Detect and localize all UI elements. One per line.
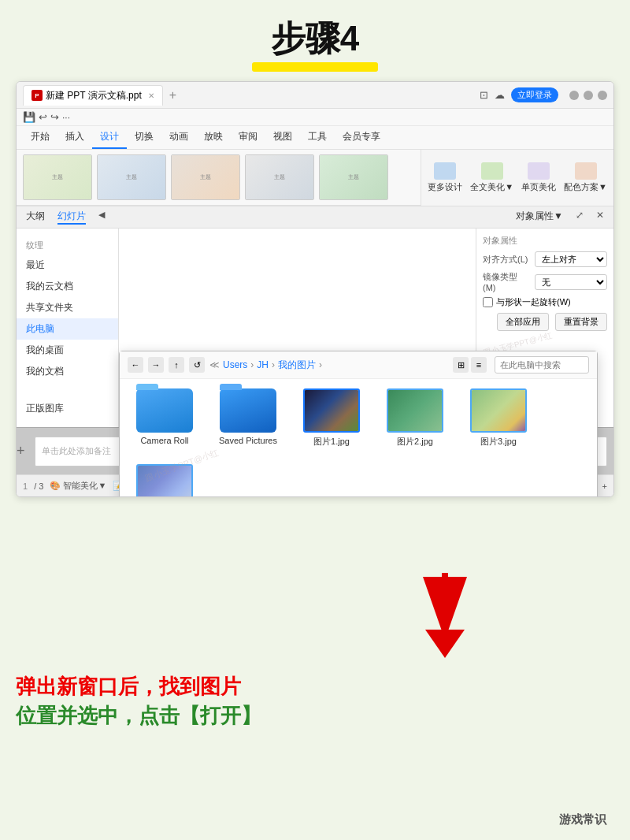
close-btn[interactable] xyxy=(598,91,607,100)
tab-switch[interactable]: 切换 xyxy=(127,126,161,149)
instruction-text: 弹出新窗口后，找到图片 位置并选中，点击【打开】 xyxy=(16,672,261,730)
path-sep1: ≪ xyxy=(209,359,220,370)
beautify-all-btn[interactable]: 全文美化▼ xyxy=(470,162,513,193)
ribbon-action-btns: 更多设计 全文美化▼ 单页美化 配色方案▼ xyxy=(421,150,613,206)
theme-thumb-2[interactable]: 主题 xyxy=(97,154,166,200)
file-name-img2: 图片2.jpg xyxy=(397,436,433,448)
single-beautify-btn[interactable]: 单页美化 xyxy=(521,162,556,193)
file-item-camera-roll[interactable]: Camera Roll xyxy=(129,388,200,452)
file-item-img3[interactable]: 图片3.jpg xyxy=(463,388,534,452)
folder-icon-camera xyxy=(136,388,193,433)
sidebar-item-stock[interactable]: 正版图库 xyxy=(17,398,118,419)
view-grid-btn[interactable]: ≡ xyxy=(471,357,487,373)
file-thumb-img4 xyxy=(136,464,193,497)
properties-panel[interactable]: 对象属性▼ xyxy=(516,210,563,225)
color-scheme-btn[interactable]: 配色方案▼ xyxy=(564,162,607,193)
instruction-line2: 位置并选中，点击【打开】 xyxy=(16,701,261,730)
sidebar-item-cloud[interactable]: 我的云文档 xyxy=(17,276,118,297)
tab-tools[interactable]: 工具 xyxy=(300,126,335,149)
theme-thumb-5[interactable]: 主题 xyxy=(319,154,388,200)
sidebar-item-docs[interactable]: 我的文档 xyxy=(17,361,118,382)
panel-action-btns: 全部应用 重置背景 xyxy=(483,313,607,331)
dialog-nav: ← → ↑ ↺ ≪ Users › JH › 我的图片 › ⊞ xyxy=(120,351,597,379)
reset-bg-btn[interactable]: 重置背景 xyxy=(555,313,607,331)
win-controls xyxy=(569,91,607,100)
add-slide-btn[interactable]: + xyxy=(17,443,25,459)
path-pictures[interactable]: 我的图片 xyxy=(278,359,316,372)
theme-thumbnails: 主题 主题 主题 主题 xyxy=(17,150,421,206)
zoom-in-btn[interactable]: + xyxy=(602,481,607,491)
panel-title: 对象属性 xyxy=(483,235,607,247)
cloud-icon: ☁ xyxy=(495,89,505,101)
path-jh[interactable]: JH xyxy=(257,359,269,370)
file-item-img4[interactable]: 图片4.jpg xyxy=(129,464,200,497)
tab-vip[interactable]: 会员专享 xyxy=(335,126,388,149)
theme-thumb-1[interactable]: 主题 xyxy=(23,154,92,200)
view-tab-slides[interactable]: 幻灯片 xyxy=(57,210,86,225)
tab-start[interactable]: 开始 xyxy=(23,126,57,149)
file-item-img2[interactable]: 图片2.jpg xyxy=(380,388,450,452)
nav-refresh-btn[interactable]: ↺ xyxy=(189,357,205,373)
properties-icon1[interactable]: ⤢ xyxy=(576,210,584,225)
beauty-btn[interactable]: 🎨 智能美化▼ xyxy=(50,480,106,492)
step-header: 步骤4 xyxy=(16,16,614,72)
view-collapse-btn[interactable]: ◀ xyxy=(98,210,105,225)
properties-close[interactable]: ✕ xyxy=(596,210,604,225)
step-title: 步骤4 xyxy=(16,16,614,62)
page-container: 步骤4 P 新建 PPT 演示文稿.ppt ✕ + ⊡ ☁ 立即登录 xyxy=(0,0,630,840)
sidebar-item-shared[interactable]: 共享文件夹 xyxy=(17,297,118,318)
sidebar-item-recent[interactable]: 最近 xyxy=(17,255,118,276)
rotate-checkbox[interactable] xyxy=(483,297,493,307)
ribbon-tabs: 开始 插入 设计 切换 动画 放映 审阅 视图 工具 会员专享 xyxy=(17,126,613,150)
redo-icon[interactable]: ↪ xyxy=(50,111,59,123)
save-icon[interactable]: 💾 xyxy=(23,111,35,123)
align-label: 对齐方式(L) xyxy=(483,254,530,266)
rotate-label: 与形状一起旋转(W) xyxy=(496,296,571,308)
apply-all-btn[interactable]: 全部应用 xyxy=(497,313,549,331)
tab-slideshow[interactable]: 放映 xyxy=(196,126,231,149)
ppt-tab[interactable]: P 新建 PPT 演示文稿.ppt ✕ xyxy=(23,85,163,106)
more-designs-btn[interactable]: 更多设计 xyxy=(428,162,462,193)
file-thumb-img2 xyxy=(387,388,443,433)
align-row: 对齐方式(L) 左上对齐 xyxy=(483,251,607,267)
path-users[interactable]: Users xyxy=(223,359,247,370)
maximize-btn[interactable] xyxy=(584,91,593,100)
folder-icon-saved xyxy=(220,388,276,433)
view-list-btn[interactable]: ⊞ xyxy=(453,357,469,373)
instruction-line1: 弹出新窗口后，找到图片 xyxy=(16,672,261,701)
search-input[interactable] xyxy=(495,356,589,374)
tab-close-icon[interactable]: ✕ xyxy=(148,91,154,100)
sidebar-section-texture: 纹理 xyxy=(17,236,118,255)
more-designs-label: 更多设计 xyxy=(428,181,462,193)
view-tab-outline[interactable]: 大纲 xyxy=(26,210,45,225)
align-select[interactable]: 左上对齐 xyxy=(535,251,607,267)
file-name-saved: Saved Pictures xyxy=(219,436,277,445)
screen-icon: ⊡ xyxy=(480,89,488,101)
file-dialog: ← → ↑ ↺ ≪ Users › JH › 我的图片 › ⊞ xyxy=(119,351,598,497)
file-name-camera: Camera Roll xyxy=(140,436,188,445)
tab-animation[interactable]: 动画 xyxy=(161,126,196,149)
sidebar-item-desktop[interactable]: 我的桌面 xyxy=(17,340,118,361)
tab-design[interactable]: 设计 xyxy=(92,126,127,149)
mirror-select[interactable]: 无 xyxy=(535,274,607,290)
slide-number: 1 xyxy=(23,481,28,491)
nav-forward-btn[interactable]: → xyxy=(148,357,164,373)
login-button[interactable]: 立即登录 xyxy=(511,87,558,102)
undo-icon[interactable]: ↩ xyxy=(39,111,47,123)
nav-up-btn[interactable]: ↑ xyxy=(169,357,184,373)
tab-view[interactable]: 视图 xyxy=(265,126,300,149)
tab-insert[interactable]: 插入 xyxy=(57,126,92,149)
minimize-btn[interactable] xyxy=(569,91,579,100)
nav-back-btn[interactable]: ← xyxy=(128,357,143,373)
tab-review[interactable]: 审阅 xyxy=(231,126,265,149)
file-item-img1[interactable]: 图片1.jpg xyxy=(296,388,367,452)
sidebar-item-computer[interactable]: 此电脑 xyxy=(17,318,118,340)
add-tab-btn[interactable]: + xyxy=(169,88,176,102)
red-arrow xyxy=(413,565,476,663)
file-thumb-img1 xyxy=(303,388,360,433)
more-icon[interactable]: ··· xyxy=(62,112,70,123)
theme-thumb-3[interactable]: 主题 xyxy=(171,154,240,200)
file-item-saved-pictures[interactable]: Saved Pictures xyxy=(213,388,284,452)
theme-thumb-4[interactable]: 主题 xyxy=(245,154,314,200)
beautify-all-label: 全文美化▼ xyxy=(470,181,513,193)
